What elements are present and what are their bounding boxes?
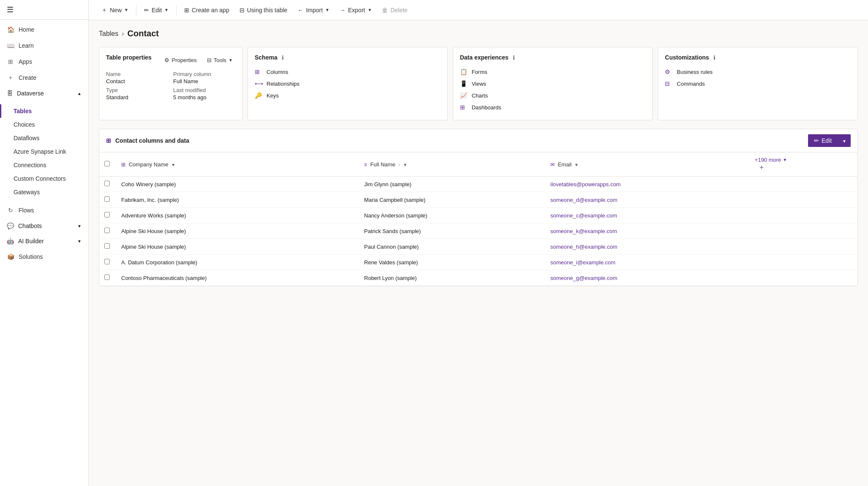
company-name-header[interactable]: ⊞ Company Name ▼: [116, 152, 359, 176]
table-body: Coho Winery (sample) Jim Glynn (sample) …: [99, 176, 857, 286]
row-fullname-cell: Robert Lyon (sample): [359, 270, 545, 286]
sidebar-item-connections[interactable]: Connections: [0, 158, 88, 172]
charts-icon: 📈: [460, 92, 468, 99]
data-experiences-card: Data experiences ℹ 📋 Forms 📱 Views 📈 Cha…: [453, 47, 653, 120]
schema-relationships-link[interactable]: ⟷ Relationships: [255, 78, 441, 90]
sidebar-item-dataflows[interactable]: Dataflows: [0, 131, 88, 145]
commands-link[interactable]: ⊟ Commands: [665, 78, 851, 90]
full-name-col-label: Full Name: [370, 161, 395, 168]
breadcrumb-tables-link[interactable]: Tables: [99, 30, 118, 38]
new-button[interactable]: ＋ New ▼: [97, 4, 133, 16]
row-checkbox-cell[interactable]: [99, 270, 116, 286]
add-column-button[interactable]: ＋: [755, 163, 768, 171]
sidebar-item-solutions[interactable]: 📦 Solutions: [0, 249, 88, 265]
import-chevron-icon: ▼: [325, 8, 329, 12]
email-header[interactable]: ✉ Email ▼: [545, 152, 750, 176]
sidebar-item-home[interactable]: 🏠 Home: [0, 22, 88, 38]
forms-link[interactable]: 📋 Forms: [460, 66, 646, 78]
export-button[interactable]: → Export ▼: [335, 4, 376, 16]
table-properties-actions: ⚙ Properties ⊟ Tools ▼: [162, 55, 235, 65]
home-icon: 🏠: [7, 26, 14, 33]
row-company-cell: Coho Winery (sample): [116, 176, 359, 192]
more-columns-header[interactable]: +190 more ▼ ＋: [750, 152, 857, 176]
sidebar-item-flows[interactable]: ↻ Flows: [0, 202, 88, 218]
full-name-header[interactable]: ≡ Full Name ↑ ▼: [359, 152, 545, 176]
commands-label: Commands: [677, 81, 705, 87]
table-edit-chevron[interactable]: ▼: [838, 134, 851, 147]
create-icon: ＋: [7, 74, 14, 81]
import-button[interactable]: ← Import ▼: [293, 4, 334, 16]
schema-keys-link[interactable]: 🔑 Keys: [255, 90, 441, 101]
sidebar-item-solutions-label: Solutions: [19, 253, 43, 260]
row-checkbox-cell[interactable]: [99, 223, 116, 239]
sidebar-item-learn[interactable]: 📖 Learn: [0, 38, 88, 54]
sidebar-item-chatbots-label: Chatbots: [18, 223, 42, 229]
charts-link[interactable]: 📈 Charts: [460, 90, 646, 101]
row-company-cell: A. Datum Corporation (sample): [116, 255, 359, 270]
forms-icon: 📋: [460, 68, 468, 75]
views-link[interactable]: 📱 Views: [460, 78, 646, 90]
import-icon: ←: [297, 7, 303, 14]
sidebar-item-gateways[interactable]: Gateways: [0, 185, 88, 199]
row-extra-cell: [750, 208, 857, 223]
row-checkbox-cell[interactable]: [99, 176, 116, 192]
import-label: Import: [306, 7, 323, 14]
sidebar-item-azure-synapse[interactable]: Azure Synapse Link: [0, 145, 88, 158]
sidebar-item-choices[interactable]: Choices: [0, 118, 88, 131]
row-checkbox[interactable]: [104, 259, 110, 264]
select-all-checkbox[interactable]: [104, 161, 110, 166]
primary-column-field: Primary column Full Name: [173, 71, 235, 84]
table-head: ⊞ Company Name ▼ ≡ Full Name ↑ ▼ ✉ E: [99, 152, 857, 176]
schema-columns-link[interactable]: ⊞ Columns: [255, 66, 441, 78]
name-value: Contact: [106, 78, 168, 84]
row-checkbox-cell[interactable]: [99, 255, 116, 270]
row-checkbox[interactable]: [104, 274, 110, 280]
sidebar-item-apps[interactable]: ⊞ Apps: [0, 54, 88, 70]
row-extra-cell: [750, 176, 857, 192]
row-checkbox-cell[interactable]: [99, 192, 116, 208]
sidebar-item-create[interactable]: ＋ Create: [0, 70, 88, 86]
dataverse-expand-icon: ▲: [77, 91, 82, 96]
sidebar-item-home-label: Home: [19, 26, 34, 33]
create-app-icon: ⊞: [184, 7, 189, 14]
properties-button[interactable]: ⚙ Properties: [162, 55, 199, 65]
sidebar-item-tables[interactable]: Tables: [0, 104, 88, 118]
checkbox-header[interactable]: [99, 152, 116, 176]
apps-icon: ⊞: [7, 58, 14, 65]
breadcrumb: Tables › Contact: [99, 29, 858, 38]
row-checkbox[interactable]: [104, 212, 110, 217]
row-company-cell: Adventure Works (sample): [116, 208, 359, 223]
row-checkbox-cell[interactable]: [99, 239, 116, 255]
row-checkbox[interactable]: [104, 228, 110, 233]
edit-button[interactable]: ✏ Edit ▼: [140, 4, 173, 16]
commands-icon: ⊟: [665, 80, 673, 87]
sidebar-item-dataverse[interactable]: 🗄 Dataverse ▲: [0, 86, 88, 101]
sidebar-item-chatbots[interactable]: 💬 Chatbots ▼: [0, 218, 88, 233]
name-label: Name: [106, 71, 168, 77]
sidebar-item-ai-builder[interactable]: 🤖 AI Builder ▼: [0, 233, 88, 249]
ai-builder-expand-icon: ▼: [77, 239, 82, 244]
more-columns-label[interactable]: +190 more ▼: [755, 157, 852, 163]
table-edit-main[interactable]: ✏ Edit: [808, 134, 838, 147]
using-table-label: Using this table: [247, 7, 288, 14]
row-checkbox[interactable]: [104, 181, 110, 186]
table-row: Alpine Ski House (sample) Patrick Sands …: [99, 223, 857, 239]
sidebar-item-custom-connectors[interactable]: Custom Connectors: [0, 172, 88, 185]
row-checkbox[interactable]: [104, 196, 110, 202]
using-table-button[interactable]: ⊟ Using this table: [235, 4, 292, 16]
company-name-sort-icon: ▼: [171, 163, 175, 167]
create-app-button[interactable]: ⊞ Create an app: [180, 4, 234, 16]
dashboards-link[interactable]: ⊞ Dashboards: [460, 101, 646, 113]
delete-button[interactable]: 🗑 Delete: [378, 4, 411, 16]
hamburger-icon[interactable]: ☰: [7, 5, 14, 14]
row-extra-cell: [750, 239, 857, 255]
row-checkbox[interactable]: [104, 243, 110, 249]
delete-icon: 🗑: [382, 7, 388, 14]
tools-button[interactable]: ⊟ Tools ▼: [204, 55, 235, 65]
row-checkbox-cell[interactable]: [99, 208, 116, 223]
keys-icon: 🔑: [255, 92, 263, 99]
table-properties-header: Table properties ⚙ Properties ⊟ Tools ▼: [106, 54, 235, 66]
customizations-card: Customizations ℹ ⚙ Business rules ⊟ Comm…: [658, 47, 858, 120]
data-experiences-title: Data experiences: [460, 54, 509, 61]
business-rules-link[interactable]: ⚙ Business rules: [665, 66, 851, 78]
